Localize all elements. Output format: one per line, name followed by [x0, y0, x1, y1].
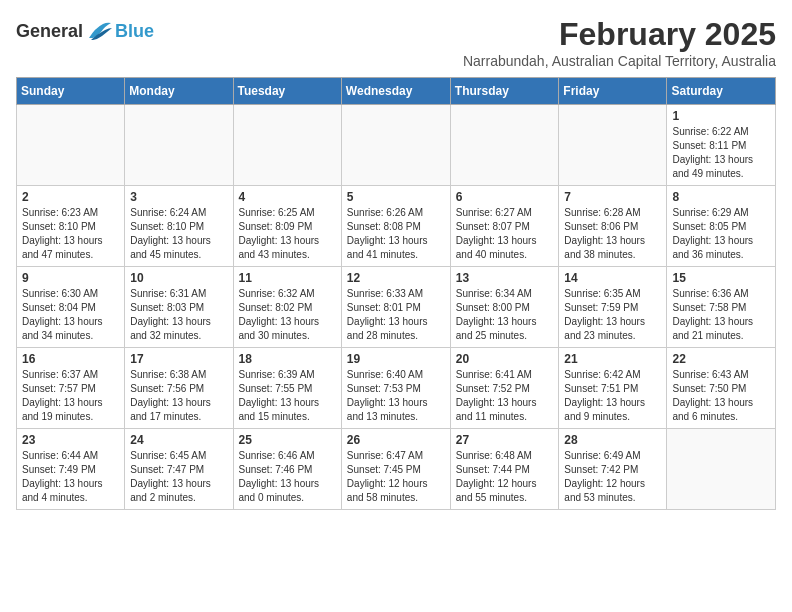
day-info: Sunrise: 6:25 AM Sunset: 8:09 PM Dayligh…	[239, 206, 336, 262]
day-number: 11	[239, 271, 336, 285]
day-info: Sunrise: 6:42 AM Sunset: 7:51 PM Dayligh…	[564, 368, 661, 424]
day-number: 4	[239, 190, 336, 204]
day-info: Sunrise: 6:44 AM Sunset: 7:49 PM Dayligh…	[22, 449, 119, 505]
day-info: Sunrise: 6:49 AM Sunset: 7:42 PM Dayligh…	[564, 449, 661, 505]
weekday-header-thursday: Thursday	[450, 78, 559, 105]
day-info: Sunrise: 6:48 AM Sunset: 7:44 PM Dayligh…	[456, 449, 554, 505]
logo-blue-text: Blue	[115, 21, 154, 42]
calendar-week-row: 2Sunrise: 6:23 AM Sunset: 8:10 PM Daylig…	[17, 186, 776, 267]
day-info: Sunrise: 6:30 AM Sunset: 8:04 PM Dayligh…	[22, 287, 119, 343]
calendar-week-row: 16Sunrise: 6:37 AM Sunset: 7:57 PM Dayli…	[17, 348, 776, 429]
day-number: 15	[672, 271, 770, 285]
day-info: Sunrise: 6:43 AM Sunset: 7:50 PM Dayligh…	[672, 368, 770, 424]
day-number: 8	[672, 190, 770, 204]
calendar-cell: 10Sunrise: 6:31 AM Sunset: 8:03 PM Dayli…	[125, 267, 233, 348]
calendar-cell: 6Sunrise: 6:27 AM Sunset: 8:07 PM Daylig…	[450, 186, 559, 267]
calendar-cell: 8Sunrise: 6:29 AM Sunset: 8:05 PM Daylig…	[667, 186, 776, 267]
calendar-cell	[559, 105, 667, 186]
weekday-header-wednesday: Wednesday	[341, 78, 450, 105]
calendar-cell: 27Sunrise: 6:48 AM Sunset: 7:44 PM Dayli…	[450, 429, 559, 510]
weekday-header-sunday: Sunday	[17, 78, 125, 105]
day-info: Sunrise: 6:35 AM Sunset: 7:59 PM Dayligh…	[564, 287, 661, 343]
calendar-cell: 20Sunrise: 6:41 AM Sunset: 7:52 PM Dayli…	[450, 348, 559, 429]
page-header: General Blue February 2025 Narrabundah, …	[16, 16, 776, 69]
day-number: 18	[239, 352, 336, 366]
calendar-cell	[17, 105, 125, 186]
day-number: 23	[22, 433, 119, 447]
day-info: Sunrise: 6:38 AM Sunset: 7:56 PM Dayligh…	[130, 368, 227, 424]
day-number: 5	[347, 190, 445, 204]
calendar-week-row: 23Sunrise: 6:44 AM Sunset: 7:49 PM Dayli…	[17, 429, 776, 510]
day-info: Sunrise: 6:46 AM Sunset: 7:46 PM Dayligh…	[239, 449, 336, 505]
calendar-cell: 5Sunrise: 6:26 AM Sunset: 8:08 PM Daylig…	[341, 186, 450, 267]
day-number: 10	[130, 271, 227, 285]
calendar-cell: 4Sunrise: 6:25 AM Sunset: 8:09 PM Daylig…	[233, 186, 341, 267]
day-info: Sunrise: 6:23 AM Sunset: 8:10 PM Dayligh…	[22, 206, 119, 262]
day-number: 16	[22, 352, 119, 366]
location-subtitle: Narrabundah, Australian Capital Territor…	[463, 53, 776, 69]
day-info: Sunrise: 6:28 AM Sunset: 8:06 PM Dayligh…	[564, 206, 661, 262]
calendar-cell: 14Sunrise: 6:35 AM Sunset: 7:59 PM Dayli…	[559, 267, 667, 348]
day-number: 21	[564, 352, 661, 366]
calendar-cell: 17Sunrise: 6:38 AM Sunset: 7:56 PM Dayli…	[125, 348, 233, 429]
day-info: Sunrise: 6:32 AM Sunset: 8:02 PM Dayligh…	[239, 287, 336, 343]
day-info: Sunrise: 6:27 AM Sunset: 8:07 PM Dayligh…	[456, 206, 554, 262]
day-info: Sunrise: 6:26 AM Sunset: 8:08 PM Dayligh…	[347, 206, 445, 262]
calendar-cell: 22Sunrise: 6:43 AM Sunset: 7:50 PM Dayli…	[667, 348, 776, 429]
day-info: Sunrise: 6:33 AM Sunset: 8:01 PM Dayligh…	[347, 287, 445, 343]
calendar-cell: 26Sunrise: 6:47 AM Sunset: 7:45 PM Dayli…	[341, 429, 450, 510]
calendar-cell: 9Sunrise: 6:30 AM Sunset: 8:04 PM Daylig…	[17, 267, 125, 348]
day-info: Sunrise: 6:40 AM Sunset: 7:53 PM Dayligh…	[347, 368, 445, 424]
logo-bird-icon	[85, 20, 113, 42]
calendar-cell: 16Sunrise: 6:37 AM Sunset: 7:57 PM Dayli…	[17, 348, 125, 429]
calendar-cell: 15Sunrise: 6:36 AM Sunset: 7:58 PM Dayli…	[667, 267, 776, 348]
calendar-cell: 21Sunrise: 6:42 AM Sunset: 7:51 PM Dayli…	[559, 348, 667, 429]
day-number: 14	[564, 271, 661, 285]
calendar-cell: 2Sunrise: 6:23 AM Sunset: 8:10 PM Daylig…	[17, 186, 125, 267]
day-number: 3	[130, 190, 227, 204]
day-number: 26	[347, 433, 445, 447]
calendar-cell	[233, 105, 341, 186]
calendar-cell	[125, 105, 233, 186]
calendar-cell: 23Sunrise: 6:44 AM Sunset: 7:49 PM Dayli…	[17, 429, 125, 510]
day-info: Sunrise: 6:24 AM Sunset: 8:10 PM Dayligh…	[130, 206, 227, 262]
calendar-cell: 11Sunrise: 6:32 AM Sunset: 8:02 PM Dayli…	[233, 267, 341, 348]
day-number: 20	[456, 352, 554, 366]
calendar-cell: 3Sunrise: 6:24 AM Sunset: 8:10 PM Daylig…	[125, 186, 233, 267]
calendar-cell: 25Sunrise: 6:46 AM Sunset: 7:46 PM Dayli…	[233, 429, 341, 510]
day-number: 28	[564, 433, 661, 447]
day-number: 22	[672, 352, 770, 366]
day-info: Sunrise: 6:36 AM Sunset: 7:58 PM Dayligh…	[672, 287, 770, 343]
calendar-cell: 19Sunrise: 6:40 AM Sunset: 7:53 PM Dayli…	[341, 348, 450, 429]
weekday-header-friday: Friday	[559, 78, 667, 105]
weekday-header-tuesday: Tuesday	[233, 78, 341, 105]
calendar-cell	[667, 429, 776, 510]
calendar-cell: 1Sunrise: 6:22 AM Sunset: 8:11 PM Daylig…	[667, 105, 776, 186]
weekday-header-monday: Monday	[125, 78, 233, 105]
calendar-cell	[450, 105, 559, 186]
day-number: 27	[456, 433, 554, 447]
title-area: February 2025 Narrabundah, Australian Ca…	[463, 16, 776, 69]
calendar-cell: 7Sunrise: 6:28 AM Sunset: 8:06 PM Daylig…	[559, 186, 667, 267]
calendar-cell: 12Sunrise: 6:33 AM Sunset: 8:01 PM Dayli…	[341, 267, 450, 348]
calendar-week-row: 1Sunrise: 6:22 AM Sunset: 8:11 PM Daylig…	[17, 105, 776, 186]
day-number: 24	[130, 433, 227, 447]
day-number: 6	[456, 190, 554, 204]
day-number: 7	[564, 190, 661, 204]
day-number: 19	[347, 352, 445, 366]
day-number: 13	[456, 271, 554, 285]
calendar-cell: 13Sunrise: 6:34 AM Sunset: 8:00 PM Dayli…	[450, 267, 559, 348]
day-number: 17	[130, 352, 227, 366]
calendar-cell	[341, 105, 450, 186]
day-number: 2	[22, 190, 119, 204]
day-info: Sunrise: 6:39 AM Sunset: 7:55 PM Dayligh…	[239, 368, 336, 424]
day-info: Sunrise: 6:47 AM Sunset: 7:45 PM Dayligh…	[347, 449, 445, 505]
day-number: 25	[239, 433, 336, 447]
logo-general-text: General	[16, 21, 83, 42]
day-number: 9	[22, 271, 119, 285]
calendar-cell: 24Sunrise: 6:45 AM Sunset: 7:47 PM Dayli…	[125, 429, 233, 510]
day-info: Sunrise: 6:41 AM Sunset: 7:52 PM Dayligh…	[456, 368, 554, 424]
calendar-cell: 28Sunrise: 6:49 AM Sunset: 7:42 PM Dayli…	[559, 429, 667, 510]
day-number: 12	[347, 271, 445, 285]
calendar-week-row: 9Sunrise: 6:30 AM Sunset: 8:04 PM Daylig…	[17, 267, 776, 348]
